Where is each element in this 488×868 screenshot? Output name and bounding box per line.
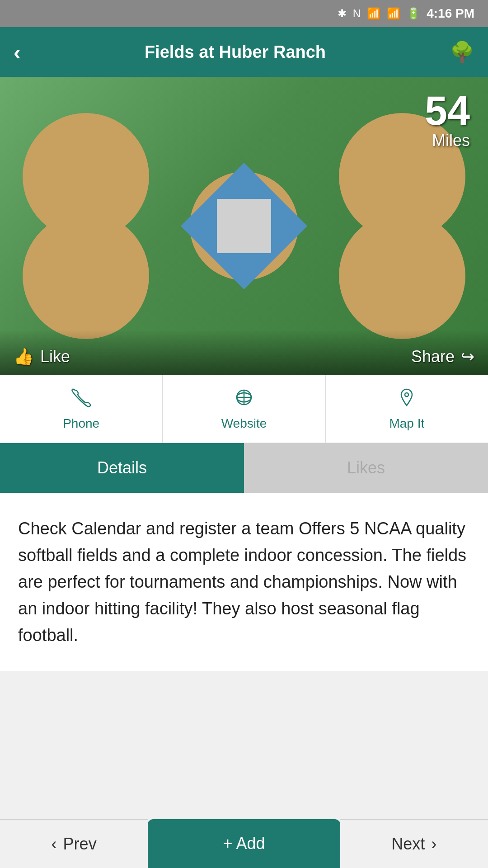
details-description: Check Calendar and register a team Offer…: [18, 515, 470, 648]
prev-button[interactable]: ‹ Prev: [0, 819, 148, 868]
next-arrow-icon: ›: [431, 835, 436, 854]
mapit-button[interactable]: Map It: [326, 375, 488, 443]
phone-button[interactable]: Phone: [0, 375, 163, 443]
like-button[interactable]: 👍 Like: [14, 347, 70, 366]
next-button[interactable]: Next ›: [340, 819, 488, 868]
share-icon: ↪: [461, 347, 474, 366]
add-button[interactable]: + Add: [148, 819, 340, 868]
signal-icon: 📶: [387, 7, 400, 20]
like-label: Like: [40, 347, 70, 366]
prev-label: Prev: [63, 835, 97, 854]
field-4: [339, 212, 465, 339]
status-time: 4:16 PM: [427, 6, 474, 21]
status-bar: ✱ N 📶 📶 🔋 4:16 PM: [0, 0, 488, 27]
distance-number: 54: [425, 90, 470, 131]
tab-details[interactable]: Details: [0, 443, 244, 493]
bottom-nav: ‹ Prev + Add Next ›: [0, 819, 488, 868]
nfc-icon: N: [353, 7, 361, 20]
top-nav: ‹ Fields at Huber Ranch 🌳: [0, 27, 488, 77]
distance-badge: 54 Miles: [425, 90, 470, 150]
next-label: Next: [391, 835, 425, 854]
battery-icon: 🔋: [407, 7, 420, 20]
website-button[interactable]: Website: [163, 375, 325, 443]
image-overlay: 👍 Like Share ↪: [0, 330, 488, 375]
page-title: Fields at Huber Ranch: [21, 42, 450, 62]
website-icon: [234, 387, 254, 412]
map-icon: [397, 387, 417, 412]
tab-likes[interactable]: Likes: [244, 443, 488, 493]
back-button[interactable]: ‹: [14, 40, 21, 65]
tree-icon: 🌳: [450, 40, 474, 64]
phone-label: Phone: [63, 416, 99, 431]
share-label: Share: [411, 347, 455, 366]
website-label: Website: [221, 416, 267, 431]
phone-icon: [71, 387, 91, 412]
share-button[interactable]: Share ↪: [411, 347, 474, 366]
status-icons: ✱ N 📶 📶 🔋 4:16 PM: [338, 6, 474, 21]
center-roof: [181, 163, 307, 289]
field-3: [23, 212, 149, 339]
thumbs-up-icon: 👍: [14, 347, 34, 366]
tab-details-label: Details: [97, 458, 147, 477]
distance-unit: Miles: [425, 131, 470, 150]
wifi-icon: 📶: [367, 7, 380, 20]
bluetooth-icon: ✱: [338, 7, 347, 20]
tabs-row: Details Likes: [0, 443, 488, 493]
add-label: + Add: [223, 834, 265, 853]
venue-image: 54 Miles 👍 Like Share ↪: [0, 77, 488, 375]
tab-likes-label: Likes: [347, 458, 385, 477]
prev-arrow-icon: ‹: [52, 835, 57, 854]
mapit-label: Map It: [389, 416, 424, 431]
details-content: Check Calendar and register a team Offer…: [0, 493, 488, 671]
svg-point-4: [405, 393, 408, 396]
roof-center: [217, 199, 271, 253]
action-row: Phone Website Map It: [0, 375, 488, 443]
